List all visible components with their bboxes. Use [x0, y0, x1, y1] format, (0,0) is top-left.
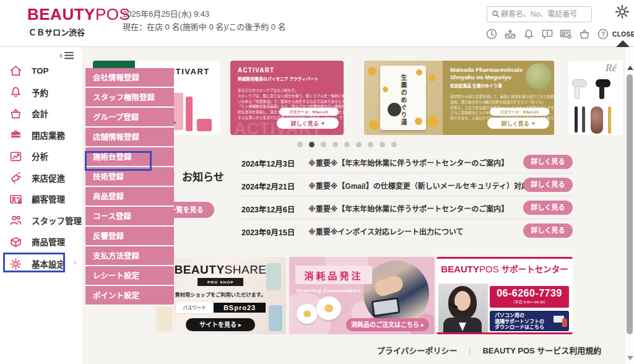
news-title: ※重要※インボイス対応レシート出力について	[308, 226, 464, 236]
news-detail-button[interactable]: 詳しく見る	[523, 178, 573, 192]
sidebar-nav: ‹ TOP 予約 会計 CLOSE 閉店業務 分析 来店促進 顧客管理 スタッフ…	[0, 47, 84, 364]
support-phone-box[interactable]: 06-6260-7739 （平日 9:30〜18:30）	[490, 286, 569, 308]
news-detail-button[interactable]: 詳しく見る	[523, 223, 573, 238]
flyout-item-staff-permissions[interactable]: スタッフ権限登録	[85, 88, 174, 108]
carousel-dots	[297, 142, 397, 147]
carousel-dot[interactable]	[380, 142, 385, 147]
settings-gear-icon[interactable]	[614, 3, 631, 20]
flyout-item-receipt-settings[interactable]: レシート設定	[85, 266, 174, 286]
collapse-up-triangle-icon[interactable]	[616, 40, 630, 47]
remote-support-download-box[interactable]: パソコン用の 遠隔サポートソフトの ダウンロードはこちら	[490, 311, 569, 331]
flyout-item-product[interactable]: 商品登録	[85, 187, 174, 207]
flyout-item-point-settings[interactable]: ポイント設定	[85, 286, 174, 306]
banner-title: ACTIVART	[238, 67, 337, 74]
scrollbar-up-arrow-icon[interactable]	[627, 66, 633, 70]
customer-search-box[interactable]	[487, 6, 592, 22]
news-row: 2023年9月15日 ※重要※インボイス対応レシート出力について 詳しく見る	[241, 219, 573, 242]
page-scrollbar[interactable]	[624, 47, 634, 364]
sidebar-item-closing[interactable]: CLOSE 閉店業務	[9, 126, 82, 144]
search-input[interactable]	[501, 10, 588, 19]
beauty-share-site-button[interactable]: サイトを見る ▸	[186, 318, 255, 331]
paper-roll	[297, 304, 318, 324]
support-center-banner[interactable]: BEAUTYPOSサポートセンター 06-6260-7739 （平日 9:30〜…	[436, 257, 573, 334]
consumables-title-box: 消耗品発注	[295, 266, 372, 284]
close-header-button[interactable]: CLOSE	[612, 31, 634, 38]
sidebar-item-analysis[interactable]: 分析	[9, 147, 82, 165]
inbox-icon[interactable]	[503, 27, 517, 41]
flyout-item-store-info[interactable]: 店舗情報登録	[85, 128, 174, 147]
carousel-dot[interactable]	[391, 142, 397, 147]
salon-name: ＣＢサロン渋谷	[28, 26, 85, 38]
terms-link[interactable]: BEAUTY POS サービス利用規約	[482, 344, 601, 356]
flyout-item-payment-method[interactable]: 支払方法登録	[85, 246, 174, 266]
banner-detail-button[interactable]: 詳しく見る●	[277, 118, 339, 129]
news-title: ※重要※【年末年始休業に伴うサポートセンターのご案内】	[308, 203, 508, 214]
sidebar-item-promotion[interactable]: 来店促進	[9, 169, 82, 186]
bell-icon	[9, 85, 23, 99]
footer-separator: ｜	[466, 344, 474, 356]
close-sign-icon: CLOSE	[9, 128, 23, 142]
carousel-banner-shoyaku-meguriyu[interactable]: 生薬のめぐり湯 Matsuda Pharmaceuticals Shoyaku …	[364, 61, 554, 135]
sidebar-label: TOP	[32, 66, 49, 76]
password-pill: パスワード：BSpro23	[490, 108, 549, 116]
flyout-item-company-info[interactable]: 会社情報登録	[85, 68, 174, 88]
basket-icon[interactable]	[578, 27, 591, 41]
message-info-icon[interactable]	[541, 27, 554, 41]
chevron-right-icon: ›	[74, 258, 76, 267]
store-status-line: 現在：在店 0 名(施術中 0 名)/この後予約 0 名	[123, 20, 286, 32]
beauty-share-banner[interactable]: BEAUTYSHARE PRO SHOP 資材用ショップをご利用いただけます。 …	[155, 257, 286, 334]
password-label: パスワード	[175, 301, 214, 314]
sidebar-collapse-button[interactable]: ‹	[59, 50, 74, 60]
carousel-dot[interactable]	[332, 142, 338, 147]
carousel-dot[interactable]	[321, 142, 326, 147]
flyout-item-course[interactable]: コース登録	[85, 207, 174, 227]
news-detail-button[interactable]: 詳しく見る	[523, 155, 573, 169]
home-icon	[9, 64, 23, 78]
sidebar-item-customers[interactable]: 顧客管理	[9, 190, 82, 207]
consumables-order-button[interactable]: 消耗品のご注文はこちら ▸	[346, 318, 429, 331]
product-bottle-shape	[186, 97, 193, 131]
help-icon[interactable]: ?	[596, 27, 610, 41]
privacy-policy-link[interactable]: プライバシーポリシー	[377, 344, 458, 356]
flyout-item-referral[interactable]: 反響登録	[85, 227, 174, 246]
news-date: 2023年12月6日	[241, 203, 295, 215]
carousel-banner-activart-info[interactable]: ACTIVART 幹細胞培養液のパイオニア アクティバート 塗るだけのスキンケア…	[230, 61, 344, 135]
news-detail-button[interactable]: 詳しく見る	[523, 201, 573, 215]
arrow-right-icon: ▸	[238, 321, 241, 328]
download-text: パソコン用の 遠隔サポートソフトの ダウンロードはこちら	[495, 313, 544, 330]
flyout-item-group[interactable]: グループ登録	[85, 108, 174, 128]
customer-card-check-icon[interactable]	[559, 27, 573, 41]
app-logo[interactable]: BEAUTYPOS	[27, 5, 130, 24]
treatment-table-highlight-box	[85, 151, 152, 171]
news-date: 2024年12月3日	[241, 157, 295, 169]
basket-icon	[9, 106, 23, 121]
carousel-dot[interactable]	[297, 142, 303, 147]
sidebar-item-staff[interactable]: スタッフ管理	[9, 212, 82, 229]
sidebar-item-top[interactable]: TOP	[9, 62, 82, 79]
banner-subtitle: 幹細胞培養液のパイオニア アクティバート	[238, 76, 339, 82]
hair-iron	[582, 106, 585, 132]
shoyaku-package: 生薬のめぐり湯	[380, 66, 426, 130]
carousel-dot[interactable]	[344, 142, 350, 147]
carousel-dot[interactable]	[368, 142, 373, 147]
sidebar-item-reservation[interactable]: 予約	[9, 84, 82, 101]
sidebar-label: 分析	[32, 150, 48, 162]
scrollbar-down-arrow-icon[interactable]	[627, 356, 633, 360]
sidebar-item-checkout[interactable]: 会計	[9, 105, 82, 122]
clock-icon[interactable]	[485, 27, 498, 41]
sidebar-label: 会計	[32, 107, 48, 119]
customer-card-lock-icon	[9, 192, 23, 206]
sidebar-item-products[interactable]: 商品管理	[9, 233, 82, 250]
carousel-banner-refa[interactable]: Ré	[568, 61, 623, 135]
consumables-order-banner[interactable]: 消耗品発注 Ordering Consumables 消耗品のご注文はこちら ▸	[289, 257, 435, 334]
consumables-title: 消耗品発注	[304, 269, 363, 282]
news-row: 2023年12月6日 ※重要※【年末年始休業に伴うサポートセンターのご案内】 詳…	[241, 196, 573, 219]
news-heading: お知らせ	[182, 168, 224, 184]
support-hours: （平日 9:30〜18:30）	[506, 299, 554, 305]
scrollbar-thumb[interactable]	[627, 74, 633, 334]
basic-settings-flyout-menu: 会社情報登録 スタッフ権限登録 グループ登録 店舗情報登録 施術台登録 技術登録…	[85, 68, 174, 306]
notification-bell-icon[interactable]	[522, 27, 536, 41]
carousel-dot-active[interactable]	[309, 142, 315, 147]
carousel-dot[interactable]	[356, 142, 362, 147]
banner-detail-button[interactable]: 詳しく見る●	[487, 118, 549, 129]
